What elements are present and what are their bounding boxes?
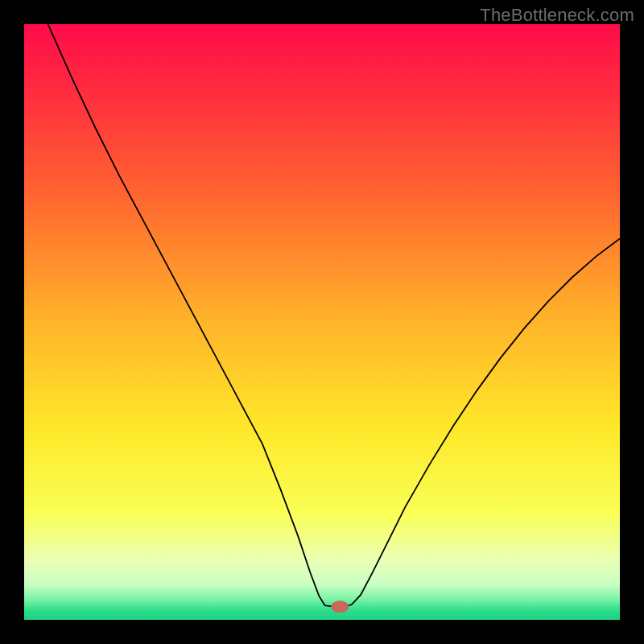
watermark-text: TheBottleneck.com — [480, 5, 634, 26]
chart-frame: TheBottleneck.com — [0, 0, 644, 644]
optimal-point-marker — [331, 601, 349, 613]
bottleneck-chart — [24, 24, 620, 620]
